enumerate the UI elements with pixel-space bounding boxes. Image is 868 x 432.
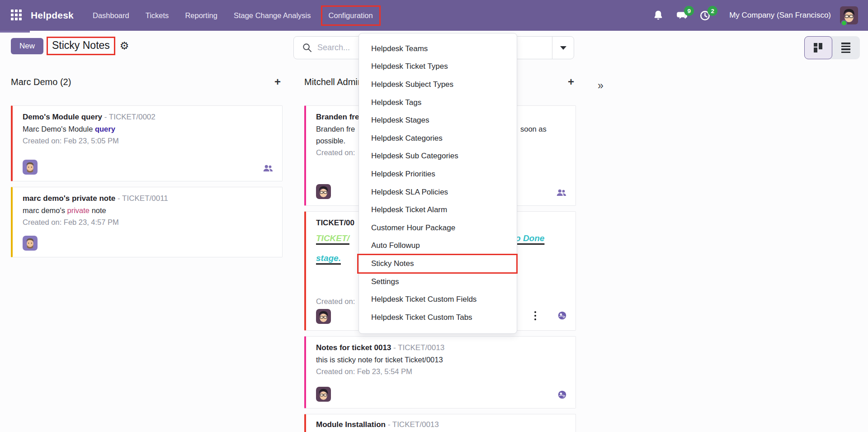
plus-icon[interactable]: + — [274, 76, 281, 87]
search-options-toggle[interactable] — [552, 37, 574, 59]
menu-item-helpdesk-ticket-types[interactable]: Helpdesk Ticket Types — [359, 58, 517, 76]
activities-button[interactable]: 2 — [699, 9, 711, 21]
kanban-view-icon — [814, 43, 822, 52]
list-view-button[interactable] — [832, 36, 860, 59]
menu-item-helpdesk-categories[interactable]: Helpdesk Categories — [359, 129, 517, 147]
list-view-icon — [841, 43, 850, 53]
new-button[interactable]: New — [11, 38, 43, 54]
sticky-note-card[interactable]: Demo's Module query - TICKET/0002 Marc D… — [11, 105, 283, 181]
caret-down-icon — [560, 46, 566, 50]
column-title: Marc Demo (2) — [11, 77, 71, 87]
app-title[interactable]: Helpdesk — [31, 10, 74, 21]
card-link-text[interactable]: o Done — [515, 232, 544, 245]
menu-item-helpdesk-priorities[interactable]: Helpdesk Priorities — [359, 165, 517, 183]
card-title: Demo's Module query — [23, 113, 102, 121]
page-title: Sticky Notes — [52, 39, 110, 51]
ticket-ref: TICKET/0002 — [109, 113, 156, 121]
card-title: TICKET/00 — [316, 218, 354, 227]
page-title-annotation-box: Sticky Notes — [47, 37, 115, 55]
card-title: Branden fre — [316, 113, 359, 121]
clock-icon — [699, 15, 711, 23]
chat-bubbles-icon — [676, 15, 688, 23]
online-status-dot — [841, 20, 847, 26]
top-navbar: Helpdesk Dashboard Tickets Reporting Sta… — [0, 0, 868, 31]
ticket-ref: TICKET/0013 — [392, 420, 439, 429]
menu-item-auto-followup[interactable]: Auto Followup — [359, 237, 517, 255]
sticky-note-card[interactable]: Module Installation - TICKET/0013 relate… — [304, 414, 576, 432]
created-on: Created on: Feb 23, 4:57 PM — [23, 216, 273, 228]
activities-badge: 2 — [708, 6, 717, 16]
card-title: Notes for ticket 0013 — [316, 343, 391, 352]
menu-item-sticky-notes[interactable]: Sticky Notes — [359, 255, 517, 273]
card-link-text[interactable]: stage. — [316, 253, 341, 263]
menu-configuration[interactable]: Configuration — [321, 5, 381, 26]
menu-stage-change-analysis[interactable]: Stage Change Analysis — [234, 11, 311, 20]
menu-item-helpdesk-ticket-alarm[interactable]: Helpdesk Ticket Alarm — [359, 201, 517, 219]
people-group-icon[interactable] — [263, 165, 273, 172]
menu-item-helpdesk-tags[interactable]: Helpdesk Tags — [359, 94, 517, 112]
menu-item-helpdesk-subject-types[interactable]: Helpdesk Subject Types — [359, 76, 517, 94]
avatar[interactable] — [23, 160, 38, 175]
highlighted-word: query — [95, 125, 115, 133]
menu-item-settings[interactable]: Settings — [359, 273, 517, 291]
avatar[interactable] — [316, 387, 331, 402]
menu-item-helpdesk-ticket-custom-tabs[interactable]: Helpdesk Ticket Custom Tabs — [359, 309, 517, 327]
notifications-button[interactable] — [652, 9, 664, 21]
menu-item-helpdesk-stages[interactable]: Helpdesk Stages — [359, 111, 517, 129]
gear-icon[interactable]: ⚙ — [120, 41, 129, 51]
navbar-accent-strip — [0, 31, 30, 33]
sticky-note-card[interactable]: Notes for ticket 0013 - TICKET/0013 this… — [304, 336, 576, 408]
people-group-icon[interactable] — [557, 189, 566, 196]
configuration-dropdown: Helpdesk Teams Helpdesk Ticket Types Hel… — [359, 33, 517, 334]
globe-icon[interactable] — [558, 390, 566, 399]
globe-icon[interactable] — [558, 311, 566, 320]
sticky-note-card[interactable]: marc demo's private note - TICKET/0011 m… — [11, 187, 283, 257]
avatar[interactable] — [23, 236, 38, 251]
menu-item-helpdesk-ticket-custom-fields[interactable]: Helpdesk Ticket Custom Fields — [359, 290, 517, 309]
main-menu: Dashboard Tickets Reporting Stage Change… — [93, 5, 381, 26]
messages-button[interactable]: 9 — [676, 9, 688, 21]
highlighted-word: private — [67, 206, 90, 214]
menu-dashboard[interactable]: Dashboard — [93, 11, 129, 20]
kanban-column-marc-demo: Marc Demo (2) + Demo's Module query - TI… — [11, 73, 283, 263]
company-switcher[interactable]: My Company (San Francisco) — [729, 11, 831, 20]
ticket-ref: TICKET/0013 — [398, 343, 444, 352]
bell-icon — [652, 15, 664, 23]
kanban-view-button[interactable] — [804, 36, 832, 59]
search-icon — [302, 43, 312, 52]
messages-badge: 9 — [684, 6, 694, 16]
plus-icon[interactable]: + — [568, 76, 574, 87]
view-switcher — [804, 36, 860, 59]
avatar[interactable] — [316, 309, 331, 324]
card-title: Module Installation — [316, 420, 386, 429]
menu-item-helpdesk-teams[interactable]: Helpdesk Teams — [359, 40, 517, 58]
apps-grid-icon[interactable] — [11, 9, 23, 21]
column-title: Mitchell Admin — [304, 77, 363, 87]
card-link-text[interactable]: TICKET/ — [316, 233, 349, 243]
created-on: Created on: Feb 23, 5:54 PM — [316, 366, 566, 377]
card-title: marc demo's private note — [23, 194, 115, 203]
menu-item-helpdesk-sub-categories[interactable]: Helpdesk Sub Categories — [359, 147, 517, 166]
more-columns-chevron[interactable]: » — [598, 80, 604, 92]
ticket-ref: TICKET/0011 — [122, 194, 168, 203]
menu-reporting[interactable]: Reporting — [185, 11, 217, 20]
menu-tickets[interactable]: Tickets — [146, 11, 169, 20]
menu-item-customer-hour-package[interactable]: Customer Hour Package — [359, 219, 517, 237]
kebab-menu-icon[interactable] — [533, 310, 538, 322]
created-on: Created on: Feb 23, 5:05 PM — [23, 135, 273, 147]
menu-item-helpdesk-sla-policies[interactable]: Helpdesk SLA Policies — [359, 183, 517, 201]
systray: 9 2 My Company (San Francisco) — [641, 6, 858, 24]
user-avatar[interactable] — [840, 6, 858, 24]
avatar[interactable] — [316, 184, 331, 199]
